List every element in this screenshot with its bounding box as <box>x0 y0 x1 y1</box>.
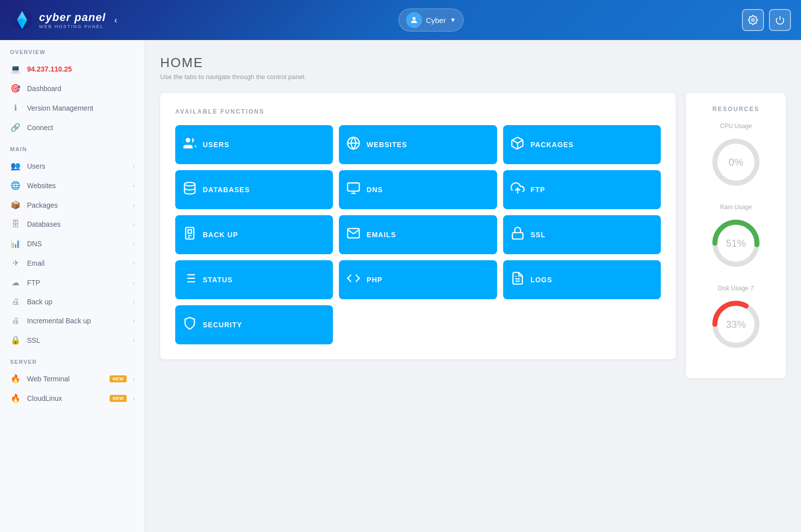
packages-icon: 📦 <box>10 200 21 210</box>
sidebar-collapse-button[interactable]: ‹ <box>112 13 120 28</box>
emails-func-label: EMAILS <box>366 231 396 239</box>
logs-func-label: LOGS <box>531 276 553 284</box>
new-badge-web-terminal: NEW <box>110 375 127 382</box>
dns-icon: 📊 <box>10 239 21 248</box>
sidebar-item-email[interactable]: ✈ Email › <box>0 253 145 273</box>
logo-subtitle: WEB HOSTING PANEL <box>39 24 106 29</box>
php-func-label: PHP <box>366 276 382 284</box>
sidebar-item-packages[interactable]: 📦 Packages › <box>0 195 145 215</box>
function-button-backup[interactable]: BACK UP <box>175 215 333 254</box>
sidebar-item-version-management[interactable]: ℹ Version Management <box>0 98 145 118</box>
svg-point-7 <box>186 138 190 143</box>
server-section-title: SERVER <box>0 350 145 369</box>
users-func-icon <box>183 136 197 153</box>
sidebar-item-web-terminal[interactable]: 🔥 Web Terminal NEW › <box>0 369 145 388</box>
connect-icon: 🔗 <box>10 123 21 132</box>
power-button[interactable] <box>769 9 791 31</box>
dns-func-icon <box>346 181 360 198</box>
logo-icon <box>10 8 34 32</box>
security-func-label: SECURITY <box>203 321 242 329</box>
sidebar-item-cloudlinux[interactable]: 🔥 CloudLinux NEW › <box>0 388 145 408</box>
backup-func-label: BACK UP <box>203 231 238 239</box>
sidebar-item-backup[interactable]: 🖨 Back up › <box>0 292 145 311</box>
status-func-label: STATUS <box>203 276 233 284</box>
header-left: cyber panel WEB HOSTING PANEL ‹ <box>10 8 120 32</box>
logo: cyber panel WEB HOSTING PANEL <box>10 8 106 32</box>
functions-grid: USERS WEBSITES PACKAGES <box>175 125 661 344</box>
sidebar-item-websites[interactable]: 🌐 Websites › <box>0 176 145 195</box>
function-button-logs[interactable]: LOGS <box>503 260 661 299</box>
chevron-right-icon: › <box>133 280 135 286</box>
logo-text: cyber panel WEB HOSTING PANEL <box>39 11 106 29</box>
user-dropdown[interactable]: Cyber ▼ <box>398 9 464 32</box>
function-button-security[interactable]: SECURITY <box>175 305 333 344</box>
logo-title: cyber panel <box>39 11 106 24</box>
backup-func-icon <box>183 226 197 243</box>
function-button-ssl[interactable]: SSL <box>503 215 661 254</box>
function-button-databases[interactable]: DATABASES <box>175 170 333 209</box>
function-button-packages[interactable]: PACKAGES <box>503 125 661 164</box>
sidebar-label-dns: DNS <box>27 240 127 248</box>
php-func-icon <box>346 271 360 288</box>
user-avatar <box>406 12 422 28</box>
ram-value: 51% <box>726 238 746 249</box>
resources-title: RESOURCES <box>696 106 776 113</box>
sidebar-item-ftp[interactable]: ☁ FTP › <box>0 273 145 292</box>
functions-panel: AVAILABLE FUNCTIONS USERS WEBSITES <box>160 93 676 359</box>
web-terminal-icon: 🔥 <box>10 374 21 383</box>
databases-icon: 🗄 <box>10 220 21 229</box>
svg-point-5 <box>752 19 754 22</box>
cpu-resource: CPU Usage 0% <box>696 123 776 190</box>
sidebar-label-cloudlinux: CloudLinux <box>27 394 104 402</box>
sidebar-label-ssl: SSL <box>27 336 127 344</box>
svg-point-11 <box>185 182 195 186</box>
chevron-right-icon: › <box>133 202 135 208</box>
disk-value: 33% <box>726 319 746 330</box>
main-layout: OVERVIEW 💻 94.237.110.25 🎯 Dashboard ℹ V… <box>0 40 801 532</box>
ssl-func-icon <box>511 226 525 243</box>
sidebar-item-ssl[interactable]: 🔒 SSL › <box>0 330 145 350</box>
dns-func-label: DNS <box>366 186 383 194</box>
settings-button[interactable] <box>742 9 764 31</box>
new-badge-cloudlinux: NEW <box>110 395 127 402</box>
chevron-right-icon: › <box>133 260 135 266</box>
header: cyber panel WEB HOSTING PANEL ‹ Cyber ▼ <box>0 0 801 40</box>
function-button-websites[interactable]: WEBSITES <box>339 125 497 164</box>
svg-rect-20 <box>512 233 523 239</box>
function-button-users[interactable]: USERS <box>175 125 333 164</box>
sidebar-label-web-terminal: Web Terminal <box>27 375 104 383</box>
ssl-icon: 🔒 <box>10 335 21 345</box>
disk-donut: 33% <box>708 297 763 352</box>
users-func-label: USERS <box>203 141 229 149</box>
ftp-func-icon <box>511 181 525 198</box>
sidebar-label-ftp: FTP <box>27 279 127 287</box>
overview-section-title: OVERVIEW <box>0 40 145 59</box>
main-section-title: MAIN <box>0 137 145 156</box>
chevron-right-icon: › <box>133 318 135 324</box>
sidebar-item-connect[interactable]: 🔗 Connect <box>0 118 145 137</box>
function-button-ftp[interactable]: FTP <box>503 170 661 209</box>
content-grid: AVAILABLE FUNCTIONS USERS WEBSITES <box>160 93 786 378</box>
function-button-emails[interactable]: EMAILS <box>339 215 497 254</box>
sidebar-item-users[interactable]: 👥 Users › <box>0 156 145 176</box>
sidebar-item-ip[interactable]: 💻 94.237.110.25 <box>0 59 145 79</box>
sidebar-item-dns[interactable]: 📊 DNS › <box>0 234 145 253</box>
function-button-php[interactable]: PHP <box>339 260 497 299</box>
main-content: HOME Use the tabs to navigate through th… <box>145 40 801 532</box>
sidebar-label-email: Email <box>27 259 127 267</box>
websites-func-label: WEBSITES <box>366 141 407 149</box>
chevron-right-icon: › <box>133 376 135 382</box>
cpu-value: 0% <box>729 157 743 168</box>
sidebar-item-dashboard[interactable]: 🎯 Dashboard <box>0 79 145 98</box>
ssl-func-label: SSL <box>531 231 546 239</box>
function-button-status[interactable]: STATUS <box>175 260 333 299</box>
databases-func-label: DATABASES <box>203 186 250 194</box>
emails-func-icon <box>346 226 360 243</box>
function-button-dns[interactable]: DNS <box>339 170 497 209</box>
sidebar: OVERVIEW 💻 94.237.110.25 🎯 Dashboard ℹ V… <box>0 40 145 532</box>
chevron-right-icon: › <box>133 221 135 227</box>
sidebar-item-databases[interactable]: 🗄 Databases › <box>0 215 145 234</box>
sidebar-label-users: Users <box>27 162 127 170</box>
sidebar-item-incremental-backup[interactable]: 🖨 Incremental Back up › <box>0 311 145 330</box>
sidebar-label-connect: Connect <box>27 124 135 132</box>
